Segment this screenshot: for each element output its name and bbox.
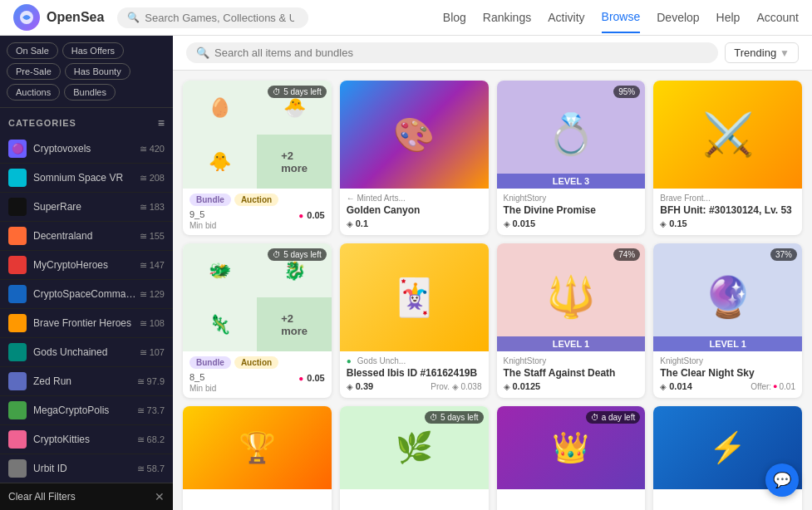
nav-search-input[interactable]	[145, 12, 294, 24]
card-6-bottom: ◈ 0.0125	[504, 381, 639, 391]
card-9[interactable]: ⏱ 5 days left 🌿	[340, 406, 489, 510]
content-search-icon: 🔍	[196, 47, 209, 59]
sidebar-item-cryptospace[interactable]: CryptoSpaceComman... ≅ 129	[0, 280, 173, 309]
card-4-bundle-tag: Bundle	[189, 356, 231, 369]
clear-filters-button[interactable]: Clear All Filters	[8, 491, 76, 503]
card-2-bottom: ◈ 0.015	[504, 218, 639, 228]
card-10-info	[497, 489, 646, 510]
card-1-image: 🎨	[340, 81, 489, 189]
nav-rankings[interactable]: Rankings	[483, 2, 531, 32]
main-layout: On Sale Has Offers Pre-Sale Has Bounty A…	[0, 36, 812, 510]
nav-account[interactable]: Account	[756, 2, 799, 32]
card-4-timer: ⏱ 5 days left	[268, 248, 327, 261]
card-8[interactable]: 🏆	[183, 406, 332, 510]
cat-icon-mycrypto	[8, 256, 27, 274]
nav-browse[interactable]: Browse	[602, 2, 641, 33]
cat-name-somnium: Somnium Space VR	[33, 172, 140, 184]
chat-button[interactable]: 💬	[765, 463, 799, 497]
nav-help[interactable]: Help	[716, 2, 741, 32]
card-9-info	[340, 489, 489, 510]
chevron-down-icon: ▼	[780, 47, 790, 59]
nav-develop[interactable]: Develop	[657, 2, 699, 32]
card-7-offer: Offer: ● 0.01	[750, 382, 795, 391]
content-search-bar[interactable]: 🔍	[186, 42, 718, 63]
sidebar-item-somnium[interactable]: Somnium Space VR ≅ 208	[0, 164, 173, 193]
filter-has-bounty[interactable]: Has Bounty	[65, 63, 130, 80]
card-0[interactable]: ⏱ 5 days left 🥚 🐣 🐥 +2more Bundle Auctio…	[183, 81, 332, 235]
sidebar: On Sale Has Offers Pre-Sale Has Bounty A…	[0, 36, 173, 510]
sidebar-item-megacrypto[interactable]: MegaCryptoPolis ≅ 73.7	[0, 396, 173, 425]
cat-count-megacrypto: ≅ 73.7	[137, 405, 165, 416]
card-0-more: +2more	[257, 135, 331, 189]
sidebar-item-zed[interactable]: Zed Run ≅ 97.9	[0, 367, 173, 396]
card-0-bundle-tag: Bundle	[189, 194, 231, 206]
card-8-image: 🏆	[183, 406, 332, 489]
filter-pre-sale[interactable]: Pre-Sale	[7, 63, 61, 80]
sidebar-item-mycrypto[interactable]: MyCryptoHeroes ≅ 147	[0, 251, 173, 280]
card-7-offer-val: 0.01	[780, 382, 795, 391]
card-0-footer: Bundle Auction 9_5 ● 0.05 Min bid	[183, 189, 332, 235]
close-filters-icon[interactable]: ✕	[155, 490, 165, 503]
cat-name-brave: Brave Frontier Heroes	[33, 317, 140, 329]
card-2-name: The Divine Promise	[504, 204, 639, 216]
content-search-input[interactable]	[214, 47, 708, 59]
card-7[interactable]: 37% 🔮 LEVEL 1 KnightStory The Clear Nigh…	[653, 243, 802, 398]
sidebar-item-gods[interactable]: Gods Unchained ≅ 107	[0, 338, 173, 367]
sort-dropdown[interactable]: Trending ▼	[725, 42, 799, 63]
cat-name-mycrypto: MyCryptoHeroes	[33, 259, 140, 271]
sidebar-item-brave[interactable]: Brave Frontier Heroes ≅ 108	[0, 309, 173, 338]
sidebar-item-superrare[interactable]: SuperRare ≅ 183	[0, 193, 173, 222]
card-10[interactable]: ⏱ a day left 👑	[497, 406, 646, 510]
filter-auctions[interactable]: Auctions	[7, 84, 60, 101]
card-6-source-text: KnightStory	[504, 356, 547, 365]
card-6-source: KnightStory	[504, 356, 639, 365]
card-6[interactable]: 74% 🔱 LEVEL 1 KnightStory The Staff Agai…	[497, 243, 646, 398]
sidebar-item-cryptokitties[interactable]: CryptoKitties ≅ 68.2	[0, 425, 173, 454]
cat-name-gods: Gods Unchained	[33, 346, 140, 358]
card-2-source: KnightStory	[504, 194, 639, 203]
card-1-art-icon: 🎨	[393, 115, 435, 154]
card-0-img1: 🥚	[183, 81, 257, 135]
card-0-timer: ⏱ 5 days left	[268, 86, 327, 98]
nav-activity[interactable]: Activity	[548, 2, 584, 32]
card-4-footer: Bundle Auction 8_5 ● 0.05 Min bid	[183, 351, 332, 398]
card-6-eth: ◈ 0.0125	[504, 381, 541, 391]
sort-icon[interactable]: ≡	[158, 116, 165, 130]
logo-text: OpenSea	[47, 10, 104, 25]
cat-name-zed: Zed Run	[33, 375, 137, 387]
card-0-min-bid: Min bid	[189, 221, 325, 230]
cat-name-cryptospace: CryptoSpaceComman...	[33, 288, 140, 300]
card-1-eth-icon: ◈	[347, 219, 353, 228]
card-3-eth: ◈ 0.15	[660, 218, 687, 228]
sidebar-item-urbit[interactable]: Urbit ID ≅ 58.7	[0, 454, 173, 483]
card-2-level: LEVEL 3	[497, 174, 646, 189]
card-4[interactable]: ⏱ 5 days left 🐲 🐉 🦎 +2more Bundle Auctio…	[183, 243, 332, 398]
cat-icon-zed	[8, 372, 27, 390]
card-11-icon: ⚡	[709, 430, 746, 465]
filter-bundles[interactable]: Bundles	[64, 84, 116, 101]
card-5-prov: Prov. ◈ 0.038	[431, 382, 481, 391]
card-2[interactable]: 95% 💍 LEVEL 3 KnightStory The Divine Pro…	[497, 81, 646, 235]
filter-on-sale[interactable]: On Sale	[7, 42, 58, 59]
card-4-tags: Bundle Auction	[189, 356, 325, 369]
filter-has-offers[interactable]: Has Offers	[62, 42, 124, 59]
card-1[interactable]: 🎨 ← Minted Arts... Golden Canyon ◈ 0.1	[340, 81, 489, 235]
card-3[interactable]: ⚔️ Brave Front... BFH Unit: #30130124, L…	[653, 81, 802, 235]
sidebar-item-decentraland[interactable]: Decentraland ≅ 155	[0, 222, 173, 251]
sidebar-item-cryptovoxels[interactable]: 🟣 Cryptovoxels ≅ 420	[0, 135, 173, 164]
card-5-item-icon: 🃏	[391, 276, 437, 319]
card-5-image: 🃏	[340, 243, 489, 351]
cat-count-brave: ≅ 108	[140, 318, 165, 329]
card-1-name: Golden Canyon	[347, 204, 482, 216]
card-7-item-icon: 🔮	[703, 274, 753, 321]
card-5[interactable]: 🃏 ● Gods Unch... Blessed Ibis ID #161624…	[340, 243, 489, 398]
card-5-name: Blessed Ibis ID #16162419B	[347, 367, 482, 379]
card-7-image: 37% 🔮 LEVEL 1	[653, 243, 802, 351]
nav-blog[interactable]: Blog	[443, 2, 466, 32]
card-10-image: ⏱ a day left 👑	[497, 406, 646, 489]
card-6-eth-icon: ◈	[504, 382, 510, 391]
cat-icon-urbit	[8, 459, 27, 478]
card-5-source-dot: ●	[347, 356, 352, 365]
card-1-eth: ◈ 0.1	[347, 218, 368, 228]
nav-search-bar[interactable]: 🔍	[117, 7, 308, 28]
